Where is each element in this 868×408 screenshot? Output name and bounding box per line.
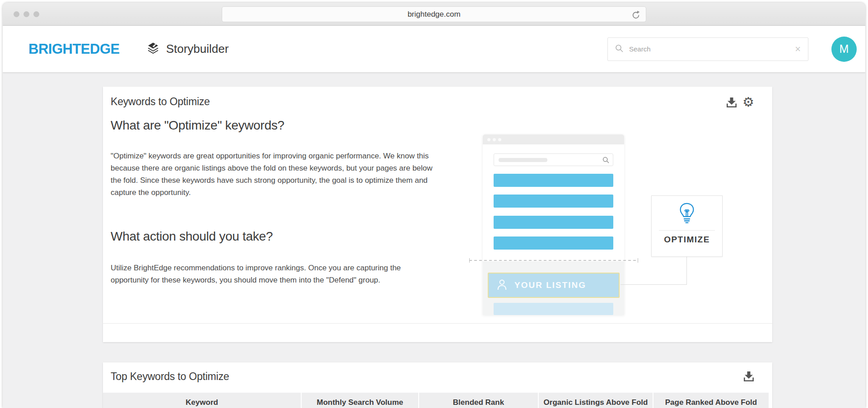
brightedge-logo[interactable]: BRIGHTEDGE — [28, 41, 120, 57]
search-clear-icon[interactable]: × — [795, 44, 801, 54]
browser-chrome: brightedge.com — [3, 3, 865, 26]
storybuilder-layers-icon — [147, 42, 159, 56]
card-footer-divider — [103, 323, 772, 324]
your-listing-bar: YOUR LISTING — [488, 273, 620, 298]
mockup-result-bar — [494, 174, 613, 187]
app-header: BRIGHTEDGE Storybuilder — [3, 26, 865, 73]
card-title: Keywords to Optimize — [111, 96, 210, 108]
app-title-group: Storybuilder — [147, 42, 229, 56]
connector-line — [621, 284, 686, 285]
card-title: Top Keywords to Optimize — [111, 371, 229, 383]
browser-window: brightedge.com BRIGHTEDGE — [3, 3, 865, 408]
column-header-blended-rank[interactable]: Blended Rank — [418, 393, 538, 408]
section-heading-2: What action should you take? — [111, 229, 273, 244]
avatar[interactable]: M — [831, 37, 857, 62]
mockup-search-icon — [602, 157, 609, 165]
column-header-organic-listings-above-fold[interactable]: Organic Listings Above Fold — [538, 393, 653, 408]
person-icon — [496, 278, 508, 292]
optimize-label: OPTIMIZE — [652, 235, 722, 245]
app-title: Storybuilder — [166, 42, 229, 56]
gear-icon[interactable]: ⚙ — [742, 96, 754, 109]
mockup-below-fold-bar — [494, 303, 613, 315]
section-body-2: Utilize BrightEdge recommendations to im… — [111, 262, 440, 286]
screen: brightedge.com BRIGHTEDGE — [0, 0, 868, 408]
mockup-dot — [498, 138, 501, 141]
section-heading-1: What are "Optimize" keywords? — [111, 118, 285, 133]
divider — [659, 230, 715, 231]
column-header-keyword[interactable]: Keyword — [103, 393, 301, 408]
mockup-dot — [493, 138, 496, 141]
mockup-dot — [487, 138, 490, 141]
header-search[interactable]: × — [607, 37, 808, 61]
url-text: brightedge.com — [407, 10, 460, 19]
search-icon — [615, 44, 623, 54]
mockup-result-bar — [494, 195, 613, 208]
keywords-to-optimize-card: Keywords to Optimize ⚙ What are "Optimiz… — [103, 87, 772, 342]
your-listing-label: YOUR LISTING — [514, 280, 586, 290]
mockup-result-bar — [494, 216, 613, 229]
window-control-dot — [23, 11, 29, 17]
mockup-result-bar — [494, 236, 613, 250]
fold-line — [469, 260, 638, 261]
reload-icon[interactable] — [631, 10, 640, 19]
connector-line — [686, 257, 687, 285]
column-header-page-ranked-above-fold[interactable]: Page Ranked Above Fold — [653, 393, 769, 408]
download-icon[interactable] — [726, 97, 737, 107]
table-header-row: Keyword Monthly Search Volume Blended Ra… — [103, 393, 769, 408]
mockup-titlebar — [483, 134, 624, 144]
download-icon[interactable] — [743, 371, 754, 381]
optimize-callout: OPTIMIZE — [651, 195, 723, 257]
section-body-1: "Optimize" keywords are great opportunit… — [111, 150, 440, 199]
window-control-dot — [33, 11, 39, 17]
window-controls — [14, 11, 39, 17]
mockup-search-field — [494, 153, 613, 166]
lightbulb-icon — [652, 201, 722, 227]
column-header-monthly-search-volume[interactable]: Monthly Search Volume — [301, 393, 418, 408]
address-bar[interactable]: brightedge.com — [222, 6, 646, 22]
top-keywords-card: Top Keywords to Optimize Keyword Monthly… — [103, 362, 772, 408]
window-control-dot — [14, 11, 19, 17]
mockup-search-placeholder — [499, 158, 547, 162]
search-input[interactable] — [629, 45, 795, 53]
